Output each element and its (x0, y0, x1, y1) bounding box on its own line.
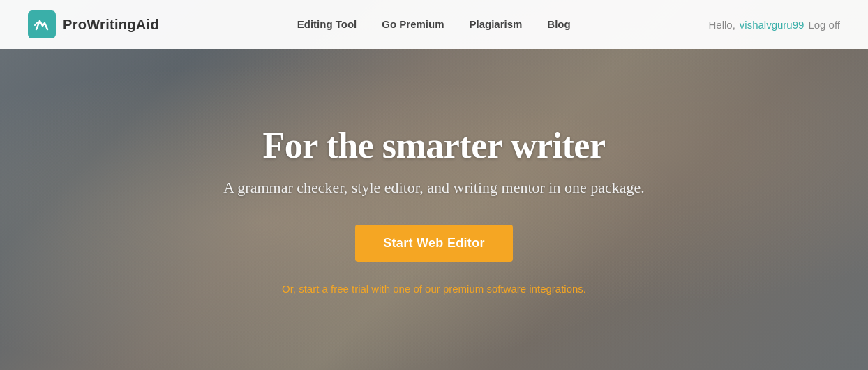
hero-section: For the smarter writer A grammar checker… (0, 49, 868, 370)
greeting-text: Hello, (708, 19, 735, 31)
hero-subtitle: A grammar checker, style editor, and wri… (223, 179, 645, 197)
username-text: vishalvguru99 (740, 19, 805, 31)
nav-link-blog[interactable]: Blog (547, 18, 570, 30)
start-web-editor-button[interactable]: Start Web Editor (355, 225, 512, 262)
brand-name: ProWritingAid (63, 17, 159, 33)
user-section: Hello, vishalvguru99 Log off (708, 19, 840, 31)
hero-title: For the smarter writer (263, 125, 606, 166)
nav-link-editing-tool[interactable]: Editing Tool (297, 18, 357, 30)
brand-logo-icon (28, 10, 56, 38)
nav-link-plagiarism[interactable]: Plagiarism (469, 18, 522, 30)
brand-logo-link[interactable]: ProWritingAid (28, 10, 159, 38)
nav-item-go-premium[interactable]: Go Premium (382, 18, 444, 31)
main-nav: Editing Tool Go Premium Plagiarism Blog (297, 18, 571, 31)
nav-item-plagiarism[interactable]: Plagiarism (469, 18, 522, 31)
nav-item-blog[interactable]: Blog (547, 18, 570, 31)
nav-link-go-premium[interactable]: Go Premium (382, 18, 444, 30)
hero-secondary-text: Or, start a free trial with one of our p… (282, 283, 586, 295)
navbar: ProWritingAid Editing Tool Go Premium Pl… (0, 0, 868, 49)
logoff-link[interactable]: Log off (808, 19, 840, 31)
nav-item-editing-tool[interactable]: Editing Tool (297, 18, 357, 31)
